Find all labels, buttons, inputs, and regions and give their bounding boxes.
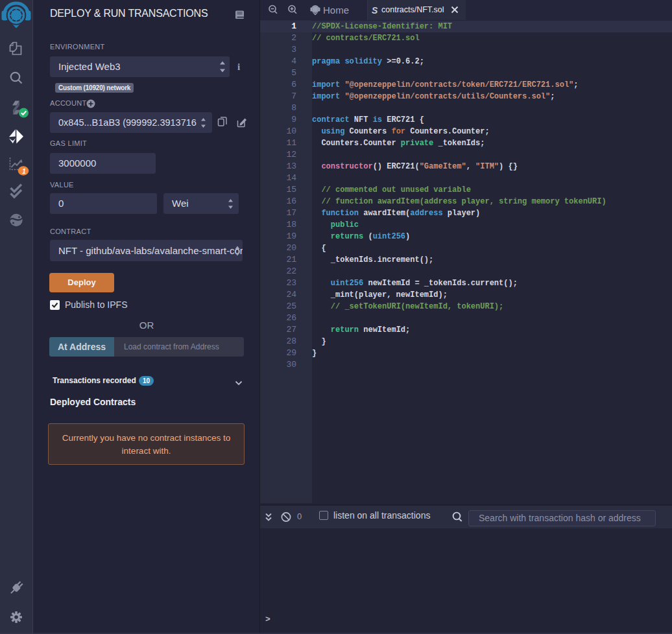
svg-text:S: S xyxy=(372,5,378,16)
svg-text:1: 1 xyxy=(22,167,26,175)
svg-text:i: i xyxy=(237,62,240,72)
